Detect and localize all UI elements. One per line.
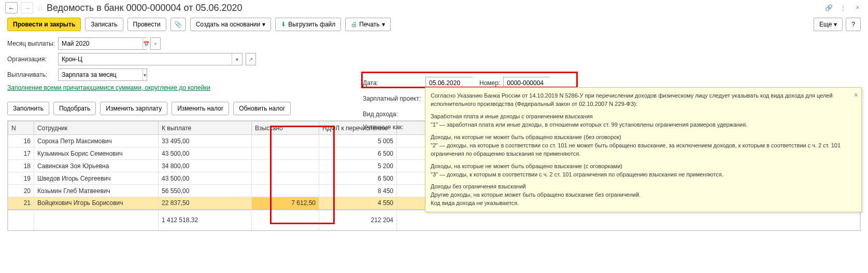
cell-n[interactable]: 21 — [8, 197, 34, 210]
cell-pay[interactable]: 33 495,00 — [159, 135, 252, 147]
org-input[interactable] — [59, 53, 232, 65]
fill-options-link[interactable]: Заполнение всеми причитающимися суммами,… — [7, 84, 210, 91]
col-n-header[interactable]: N — [8, 121, 34, 135]
tooltip-p2: "1" — заработная плата или иные доходы, … — [431, 121, 856, 129]
close-icon[interactable]: × — [852, 3, 863, 13]
cell-employee[interactable]: Сорока Петр Максимович — [34, 135, 159, 147]
create-based-label: Создать на основании — [196, 21, 261, 28]
date-label: Дата: — [363, 79, 422, 87]
nav-forward-button[interactable]: → — [21, 2, 33, 13]
change-tax-button[interactable]: Изменить налог — [172, 102, 229, 115]
cell-vz[interactable] — [252, 172, 319, 185]
chevron-down-icon: ▾ — [382, 21, 385, 28]
more-icon[interactable]: ⋮ — [838, 3, 848, 13]
cell-employee[interactable]: Войцехович Игорь Борисович — [34, 197, 159, 210]
page-title: Ведомость в банк 0000-000004 от 05.06.20… — [47, 3, 242, 13]
cell-employee[interactable]: Шведов Игорь Сергеевич — [34, 172, 159, 185]
tooltip-close-button[interactable]: × — [854, 90, 858, 100]
print-label: Печать — [359, 21, 379, 28]
export-label: Выгрузить файл — [288, 21, 335, 28]
more-button[interactable]: Еще ▾ — [814, 18, 843, 31]
tooltip-p3: "2" — доходы, на которые в соответствии … — [431, 142, 856, 158]
more-label: Еще — [819, 21, 832, 28]
create-based-button[interactable]: Создать на основании ▾ — [190, 18, 272, 31]
cell-pay[interactable]: 22 837,50 — [159, 197, 252, 210]
run-button[interactable]: Провести — [127, 18, 166, 31]
cell-vz[interactable]: 7 612,50 — [252, 197, 319, 210]
col-vz-header[interactable]: Взыскано — [252, 121, 319, 135]
star-icon[interactable]: ☆ — [36, 3, 44, 13]
dropdown-icon[interactable]: ▾ — [232, 53, 242, 65]
recorded-label: Учтенные как: — [363, 124, 422, 131]
export-icon: ⬇ — [281, 21, 286, 28]
tooltip-p5a: Другие доходы, на которые может быть обр… — [431, 191, 856, 199]
fill-button[interactable]: Заполнить — [7, 102, 49, 115]
export-file-button[interactable]: ⬇ Выгрузить файл — [275, 18, 341, 31]
tooltip-p4: "3" — доходы, к которым в соответствии с… — [431, 171, 856, 179]
cell-n[interactable]: 17 — [8, 147, 34, 160]
cell-n[interactable]: 18 — [8, 160, 34, 172]
tooltip-h2: Заработная плата и иные доходы с огранич… — [431, 113, 856, 121]
printer-icon: 🖨 — [351, 21, 357, 28]
month-label: Месяц выплаты: — [7, 40, 55, 47]
update-tax-button[interactable]: Обновить налог — [233, 102, 291, 115]
month-stepper[interactable]: ÷ — [150, 37, 161, 50]
cell-n[interactable]: 19 — [8, 172, 34, 185]
tooltip-p1: Согласно Указанию Банка России от 14.10.… — [431, 92, 856, 108]
cell-employee[interactable]: Савинская Зоя Юрьевна — [34, 160, 159, 172]
tooltip-h5: Доходы без ограничения взысканий — [431, 183, 856, 191]
project-label: Зарплатный проект: — [363, 95, 422, 102]
cell-pay[interactable]: 34 800,00 — [159, 160, 252, 172]
pay-label: Выплачивать: — [7, 71, 55, 78]
org-open-button[interactable]: ↗ — [246, 53, 256, 65]
print-button[interactable]: 🖨 Печать ▾ — [345, 18, 390, 31]
arrow-left-icon: ← — [8, 4, 15, 12]
run-and-close-button[interactable]: Провести и закрыть — [7, 18, 81, 31]
cell-vz[interactable] — [252, 185, 319, 197]
total-pay: 1 412 518,32 — [159, 210, 252, 230]
cell-n[interactable]: 20 — [8, 185, 34, 197]
cell-ndfl[interactable]: 5 200 — [319, 160, 397, 172]
cell-employee[interactable]: Кузьминых Борис Семенович — [34, 147, 159, 160]
cell-ndfl[interactable]: 4 550 — [319, 197, 397, 210]
cell-n[interactable]: 16 — [8, 135, 34, 147]
tooltip-h4: Доходы, на которые не может быть обращен… — [431, 162, 856, 171]
cell-pay[interactable]: 43 500,00 — [159, 172, 252, 185]
total-ndfl: 212 204 — [319, 210, 397, 230]
cell-pay[interactable]: 43 500,00 — [159, 147, 252, 160]
cell-ndfl[interactable]: 5 005 — [319, 135, 397, 147]
cell-vz[interactable] — [252, 135, 319, 147]
org-label: Организация: — [7, 56, 55, 63]
chevron-down-icon: ▾ — [834, 21, 837, 28]
cell-ndfl[interactable]: 6 500 — [319, 172, 397, 185]
cell-ndfl[interactable]: 8 450 — [319, 185, 397, 197]
number-label: Номер: — [479, 79, 500, 87]
cell-vz[interactable] — [252, 147, 319, 160]
dropdown-icon[interactable]: ▾ — [143, 69, 147, 80]
col-emp-header[interactable]: Сотрудник — [34, 121, 159, 135]
pay-input[interactable] — [59, 69, 143, 80]
col-pay-header[interactable]: К выплате — [159, 121, 252, 135]
month-input[interactable] — [59, 38, 143, 49]
cell-pay[interactable]: 56 550,00 — [159, 185, 252, 197]
nav-back-button[interactable]: ← — [5, 2, 18, 13]
arrow-right-icon: → — [23, 4, 30, 12]
cell-vz[interactable] — [252, 160, 319, 172]
income-label: Вид дохода: — [363, 111, 422, 118]
cell-ndfl[interactable]: 6 500 — [319, 147, 397, 160]
cell-employee[interactable]: Козьмин Глеб Матвеевич — [34, 185, 159, 197]
link-icon[interactable]: 🔗 — [823, 3, 834, 13]
paperclip-icon: 📎 — [174, 21, 182, 28]
tooltip-p5b: Код вида дохода не указывается. — [431, 199, 856, 208]
chevron-down-icon: ▾ — [262, 21, 265, 28]
pick-button[interactable]: Подобрать — [53, 102, 96, 115]
tooltip-h3: Доходы, на которые не может быть обращен… — [431, 133, 856, 142]
save-button[interactable]: Записать — [85, 18, 123, 31]
attach-button[interactable]: 📎 — [170, 18, 186, 31]
change-salary-button[interactable]: Изменить зарплату — [100, 102, 167, 115]
income-help-tooltip: × Согласно Указанию Банка России от 14.1… — [425, 87, 862, 212]
calendar-icon[interactable]: 📅 — [143, 38, 149, 49]
help-button[interactable]: ? — [846, 18, 861, 31]
